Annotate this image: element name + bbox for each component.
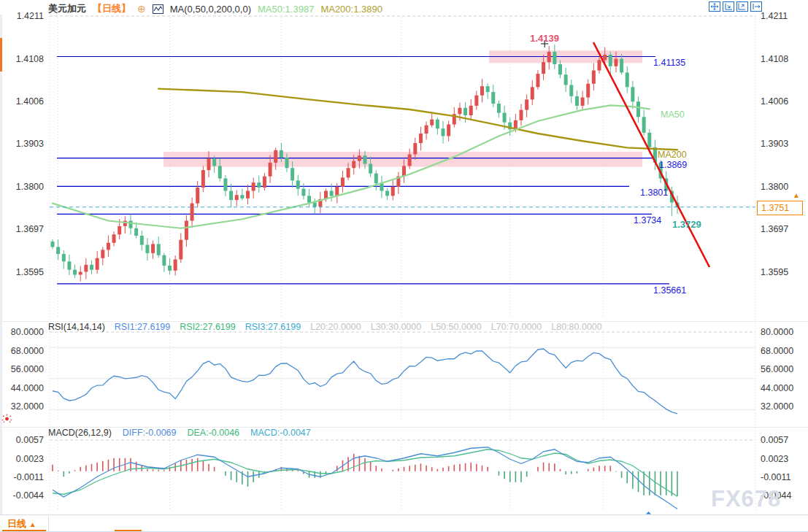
left-scrollbar-track[interactable] [0, 15, 2, 515]
rsi-header: RSI(14,14,14) RSI1:27.6199 RSI2:27.6199 … [48, 322, 602, 332]
rsi-level-70: L70:70.0000 [491, 322, 542, 332]
tab-daily[interactable]: 日线 ▲ [7, 517, 36, 531]
chart-app: 1.42111.42111.41081.41081.40061.40061.39… [0, 0, 808, 532]
current-price-badge: 1.3751 [757, 201, 803, 215]
chart-toolbar [709, 1, 762, 12]
ma50-value-label: MA50:1.3987 [258, 4, 314, 15]
ma50-curve-label: MA50 [661, 109, 685, 120]
chart-canvas[interactable] [0, 0, 808, 532]
ma200-curve-label: MA200 [658, 150, 687, 160]
rsi-level-20: L20:20.0000 [310, 322, 361, 332]
macd-value: MACD:-0.0047 [250, 428, 311, 438]
tab-daily-label: 日线 [7, 518, 26, 529]
period-tag[interactable]: 【日线】 [93, 2, 131, 15]
main-chart-header: 美元加元 【日线】 ⊕ MA(0,50,0,200,0,0) MA50:1.39… [48, 2, 382, 15]
watermark: FX678 [711, 486, 781, 512]
left-scrollbar-thumb[interactable] [0, 38, 2, 72]
move-tool-icon[interactable] [709, 1, 720, 12]
tab-caret-icon: ▲ [29, 520, 36, 528]
axis-zoom-right-tool-icon[interactable] [736, 1, 748, 12]
macd-title: MACD(26,12,9) [48, 428, 112, 438]
alert-icon[interactable] [1, 412, 12, 426]
low-price-annotation: 1.3729 [672, 219, 701, 230]
current-price-value: 1.3751 [761, 203, 789, 213]
rsi-level-30: L30:30.0000 [371, 322, 422, 332]
tab-divider [48, 516, 49, 531]
chart-type-icon[interactable] [153, 4, 163, 14]
axis-zoom-left-tool-icon[interactable] [723, 1, 734, 12]
macd-diff-value: DIFF:-0.0069 [123, 428, 177, 438]
symbol-name: 美元加元 [48, 2, 86, 15]
rsi-title: RSI(14,14,14) [48, 322, 105, 332]
high-price-annotation: 1.4139 [530, 33, 559, 44]
add-indicator-icon[interactable]: ⊕ [137, 3, 146, 15]
macd-dea-value: DEA:-0.0046 [187, 428, 239, 438]
rsi2-value: RSI2:27.6199 [180, 322, 235, 332]
rsi1-value: RSI1:27.6199 [115, 322, 170, 332]
rsi-level-50: L50:50.0000 [431, 322, 482, 332]
bottom-bar: 日线 ▲ [0, 514, 808, 532]
ma-settings-label: MA(0,50,0,200,0,0) [170, 4, 251, 15]
snap-latest-tool-icon[interactable] [750, 1, 762, 12]
rsi-level-80: L80:80.0000 [551, 322, 602, 332]
rsi3-value: RSI3:27.6199 [245, 322, 301, 332]
macd-header: MACD(26,12,9) DIFF:-0.0069 DEA:-0.0046 M… [48, 428, 311, 438]
current-price-arrow-icon: ▲ [793, 191, 800, 199]
ma200-value-label: MA200:1.3890 [320, 4, 382, 15]
